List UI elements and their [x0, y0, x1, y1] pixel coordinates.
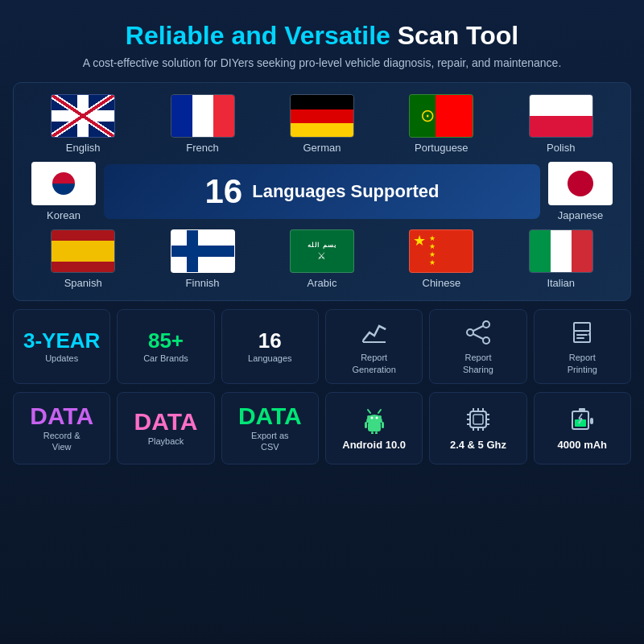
language-label-arabic: Arabic [308, 277, 337, 289]
flag-kr [31, 162, 96, 205]
flag-pt [409, 94, 473, 138]
svg-point-16 [375, 417, 378, 419]
svg-rect-43 [590, 418, 593, 424]
report-gen-icon [360, 318, 389, 347]
feature-brands: 85+ Car Brands [117, 309, 214, 384]
svg-rect-38 [579, 408, 585, 411]
android-card: Android 10.0 [325, 392, 423, 464]
svg-rect-8 [574, 331, 590, 342]
battery-value: 4000 mAh [558, 439, 607, 451]
android-value: Android 10.0 [342, 439, 406, 451]
data-playback-sub: Playback [148, 436, 184, 447]
language-item-portuguese: Portuguese [401, 94, 481, 154]
data-playback-card: DATA Playback [117, 392, 214, 464]
title-cyan: Reliable and Versatile [126, 21, 390, 50]
language-item-english: English [43, 94, 123, 154]
feature-languages-top: 16 [258, 330, 282, 351]
language-label-chinese: Chinese [423, 277, 461, 289]
battery-card: 4000 mAh [534, 392, 631, 464]
title-white: Scan Tool [390, 21, 518, 50]
language-label-japanese: Japanese [558, 209, 603, 221]
language-label-finnish: Finnish [186, 277, 220, 289]
feature-brands-top: 85+ [148, 330, 184, 351]
flag-de [290, 94, 354, 138]
svg-rect-11 [588, 333, 591, 336]
feature-languages-bottom: Languages [248, 353, 291, 364]
data-export-sub: Export asCSV [251, 430, 288, 453]
flag-fi [171, 229, 235, 273]
feature-brands-bottom: Car Brands [143, 353, 188, 364]
flag-uk [51, 94, 115, 138]
feature-report-sharing-label: ReportSharing [463, 352, 493, 375]
language-label-portuguese: Portuguese [415, 142, 469, 154]
flag-cn: ★ ★ ★ ★ ★ [409, 229, 473, 273]
flag-ar: بسم الله ⚔ [290, 229, 354, 273]
svg-point-15 [370, 417, 373, 419]
feature-3year: 3-YEAR Updates [13, 309, 110, 384]
svg-line-6 [473, 334, 483, 339]
svg-line-17 [368, 410, 370, 413]
language-label-korean: Korean [47, 209, 80, 221]
language-item-italian: Italian [521, 229, 601, 289]
language-item-chinese: ★ ★ ★ ★ ★ Chinese [401, 229, 481, 289]
svg-line-5 [473, 326, 483, 331]
language-item-arabic: بسم الله ⚔ Arabic [282, 229, 362, 289]
flag-jp [548, 162, 613, 205]
flag-es [51, 229, 115, 273]
data-record-sub: Record &View [43, 430, 80, 453]
svg-rect-9 [576, 334, 588, 336]
language-item-finnish: Finnish [163, 229, 243, 289]
language-item-japanese: Japanese [540, 162, 621, 221]
language-banner: 16 Languages Supported [104, 164, 540, 219]
feature-report-printing: ReportPrinting [534, 309, 631, 384]
svg-line-18 [378, 410, 381, 413]
feature-3year-top: 3-YEAR [23, 330, 100, 351]
data-export-label: DATA [238, 404, 302, 428]
flag-it [529, 229, 593, 273]
battery-icon [568, 405, 597, 434]
feature-report-gen-label: ReportGeneration [352, 352, 395, 375]
language-label-spanish: Spanish [64, 277, 102, 289]
language-label-english: English [66, 142, 101, 154]
language-item-spanish: Spanish [43, 229, 123, 289]
language-label-polish: Polish [547, 142, 575, 154]
language-label-french: French [186, 142, 218, 154]
svg-rect-24 [473, 415, 483, 424]
banner-content: 16 Languages Supported [104, 164, 540, 219]
data-export-card: DATA Export asCSV [221, 392, 319, 464]
flag-fr [171, 94, 235, 138]
svg-rect-10 [576, 337, 584, 339]
wifi-value: 2.4 & 5 Ghz [450, 439, 506, 451]
svg-point-4 [467, 329, 473, 336]
banner-text: Languages Supported [252, 181, 439, 202]
svg-rect-23 [470, 411, 486, 427]
language-item-korean: Korean [23, 162, 104, 221]
data-record-card: DATA Record &View [13, 392, 110, 464]
feature-report-printing-label: ReportPrinting [568, 352, 597, 375]
language-item-polish: Polish [521, 94, 601, 154]
svg-rect-19 [365, 422, 367, 428]
svg-rect-20 [382, 422, 384, 428]
language-row-1: English French German Portuguese [23, 94, 621, 154]
feature-report-generation: ReportGeneration [325, 309, 423, 384]
feature-3year-bottom: Updates [45, 353, 78, 364]
header-subtitle: A cost-effective solution for DIYers see… [13, 56, 631, 72]
svg-rect-22 [375, 431, 378, 434]
android-icon [360, 405, 389, 434]
feature-languages: 16 Languages [221, 309, 319, 384]
svg-rect-7 [574, 323, 590, 331]
features-section: 3-YEAR Updates 85+ Car Brands 16 Languag… [13, 309, 631, 384]
feature-report-sharing: ReportSharing [429, 309, 526, 384]
wifi-card: 2.4 & 5 Ghz [429, 392, 526, 464]
svg-rect-14 [368, 422, 381, 431]
wifi-icon [464, 405, 493, 434]
page-container: Reliable and Versatile Scan Tool A cost-… [0, 0, 644, 644]
report-share-icon [464, 318, 493, 347]
language-row-2: Korean 16 Languages Supported Japanese [23, 162, 621, 221]
header: Reliable and Versatile Scan Tool A cost-… [13, 14, 631, 74]
data-playback-label: DATA [134, 410, 198, 434]
language-label-german: German [303, 142, 341, 154]
data-record-label: DATA [30, 404, 93, 428]
language-item-german: German [282, 94, 362, 154]
language-row-3: Spanish Finnish بسم الله ⚔ Arabic ★ ★ ★ [23, 229, 621, 289]
